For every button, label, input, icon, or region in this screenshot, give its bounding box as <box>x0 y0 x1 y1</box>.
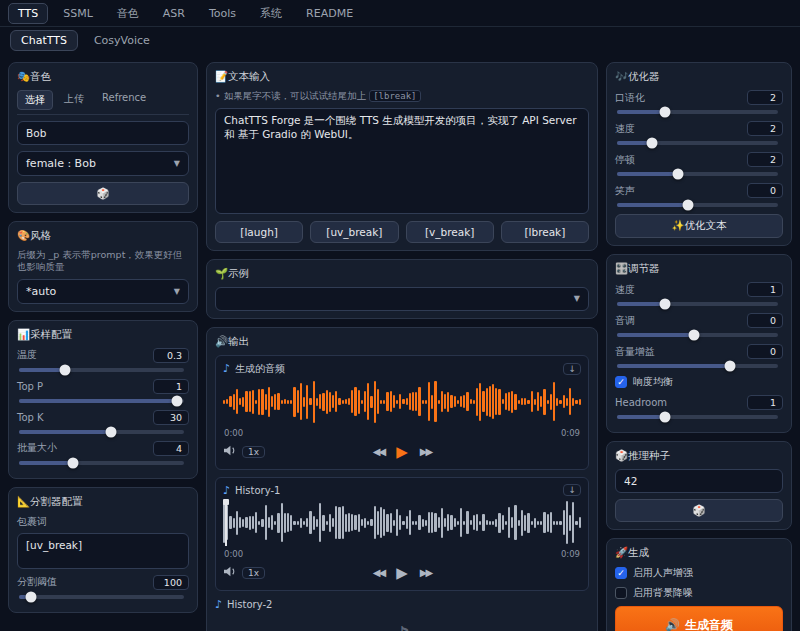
random-seed-button[interactable]: 🎲 <box>615 499 783 522</box>
slider-track[interactable] <box>617 172 778 176</box>
insert-lbreak-button[interactable]: [lbreak] <box>501 221 589 243</box>
slider-handle[interactable] <box>172 395 183 406</box>
time-total: 0:09 <box>561 428 580 438</box>
speaker-name-input[interactable] <box>17 121 189 145</box>
slider-value-input[interactable]: 2 <box>747 90 783 105</box>
enable-enhance-checkbox[interactable]: ✓ <box>615 567 627 579</box>
slider-handle[interactable] <box>25 591 36 602</box>
loudness-eq-checkbox[interactable]: ✓ <box>615 376 627 388</box>
nav-tab-asr[interactable]: ASR <box>154 4 194 23</box>
nav-tab-system[interactable]: 系统 <box>251 3 291 24</box>
slider-track[interactable] <box>617 203 778 207</box>
nav-tab-tools[interactable]: Tools <box>200 4 245 23</box>
tab-cosyvoice[interactable]: CosyVoice <box>84 31 160 50</box>
slider-value-input[interactable]: 0 <box>747 344 783 359</box>
slider-track[interactable] <box>19 430 184 434</box>
slider-value-input[interactable]: 0 <box>747 313 783 328</box>
download-icon[interactable]: ↓ <box>563 484 581 496</box>
speaker-tab-select[interactable]: 选择 <box>17 90 53 110</box>
slider-handle[interactable] <box>660 107 671 118</box>
slider-handle[interactable] <box>660 299 671 310</box>
style-dropdown[interactable]: *auto ▼ <box>17 279 189 304</box>
slider-value-input[interactable]: 2 <box>747 152 783 167</box>
slider-handle[interactable] <box>647 138 658 149</box>
examples-dropdown[interactable]: ▼ <box>215 287 589 311</box>
insert-laugh-button[interactable]: [laugh] <box>215 221 303 243</box>
slider-label: Top K <box>17 412 44 423</box>
volume-icon[interactable] <box>223 566 236 580</box>
slider-track[interactable] <box>617 364 778 368</box>
slider-adjust-speed: 速度 1 <box>615 282 783 306</box>
slider-track[interactable] <box>19 461 184 465</box>
slider-track[interactable] <box>19 368 184 372</box>
slider-value-input[interactable]: 0.3 <box>153 348 189 363</box>
volume-icon[interactable] <box>223 445 236 459</box>
enable-denoise-checkbox[interactable] <box>615 587 627 599</box>
slider-handle[interactable] <box>689 330 700 341</box>
slider-track[interactable] <box>617 302 778 306</box>
skip-back-icon[interactable]: ◀◀ <box>373 567 384 578</box>
play-button[interactable]: ▶ <box>396 443 408 461</box>
nav-tab-voice[interactable]: 音色 <box>108 3 148 24</box>
slider-handle[interactable] <box>60 364 71 375</box>
speaker-dropdown[interactable]: female : Bob ▼ <box>17 151 189 176</box>
tab-chattts[interactable]: ChatTTS <box>10 30 78 51</box>
skip-forward-icon[interactable]: ▶▶ <box>420 446 431 457</box>
slider-handle[interactable] <box>724 361 735 372</box>
speaker-tab-upload[interactable]: 上传 <box>57 90 91 110</box>
slider-track[interactable] <box>617 415 778 419</box>
seed-input[interactable] <box>615 469 783 493</box>
slider-handle[interactable] <box>682 200 693 211</box>
waveform-generated[interactable] <box>223 379 581 425</box>
dice-icon: 🎲 <box>692 504 705 517</box>
insert-v-break-button[interactable]: [v_break] <box>406 221 494 243</box>
slider-track[interactable] <box>617 333 778 337</box>
slider-handle[interactable] <box>68 457 79 468</box>
slider-value-input[interactable]: 4 <box>153 441 189 456</box>
playback-speed-button[interactable]: 1x <box>242 446 265 458</box>
slider-track[interactable] <box>19 595 184 599</box>
slider-value-input[interactable]: 1 <box>747 282 783 297</box>
slider-handle[interactable] <box>673 169 684 180</box>
speaker-tab-reference[interactable]: Refrence <box>95 90 153 110</box>
playback-speed-button[interactable]: 1x <box>242 567 265 579</box>
slider-value-input[interactable]: 30 <box>153 410 189 425</box>
generate-audio-button[interactable]: 🔊 生成音频 <box>615 606 783 631</box>
slider-value-input[interactable]: 1 <box>153 379 189 394</box>
music-note-icon: ♪ <box>394 621 411 631</box>
waveform-history1[interactable] <box>223 500 581 546</box>
slider-temperature: 温度 0.3 <box>17 348 189 372</box>
slider-break: 停顿 2 <box>615 152 783 176</box>
center-column: 📝文本输入 • 如果尾字不读，可以试试结尾加上 [lbreak] ChatTTS… <box>206 62 598 631</box>
random-speaker-button[interactable]: 🎲 <box>17 182 189 205</box>
play-button[interactable]: ▶ <box>396 564 408 582</box>
slider-value-input[interactable]: 0 <box>747 183 783 198</box>
loudness-eq-label: 响度均衡 <box>633 375 673 389</box>
nav-tab-readme[interactable]: README <box>297 4 362 23</box>
slider-track[interactable] <box>617 141 778 145</box>
wrap-word-textarea[interactable]: [uv_break] <box>17 533 189 569</box>
slider-track[interactable] <box>617 110 778 114</box>
skip-back-icon[interactable]: ◀◀ <box>373 446 384 457</box>
nav-tab-ssml[interactable]: SSML <box>54 4 102 23</box>
generated-audio-player: ♪ 生成的音频 ↓ 0:00 0:09 <box>215 355 589 470</box>
playhead-cursor[interactable] <box>225 500 227 546</box>
nav-tab-tts[interactable]: TTS <box>8 3 48 24</box>
model-tabs: ChatTTS CosyVoice <box>0 27 800 54</box>
insert-uv-break-button[interactable]: [uv_break] <box>310 221 398 243</box>
slider-value-input[interactable]: 100 <box>153 575 189 590</box>
refiner-panel-title: 🎶优化器 <box>615 70 783 84</box>
skip-forward-icon[interactable]: ▶▶ <box>420 567 431 578</box>
slider-value-input[interactable]: 1 <box>747 395 783 410</box>
music-note-icon: ♪ <box>215 598 222 611</box>
slider-value-input[interactable]: 2 <box>747 121 783 136</box>
slider-handle[interactable] <box>106 426 117 437</box>
download-icon[interactable]: ↓ <box>563 363 581 375</box>
tts-text-textarea[interactable]: ChatTTS Forge 是一个围绕 TTS 生成模型开发的项目，实现了 AP… <box>215 108 589 214</box>
slider-laugh: 笑声 0 <box>615 183 783 207</box>
slider-track[interactable] <box>19 399 184 403</box>
text-input-hint-text: 如果尾字不读，可以试试结尾加上 <box>224 90 367 101</box>
slider-batch-size: 批量大小 4 <box>17 441 189 465</box>
refine-text-button[interactable]: ✨优化文本 <box>615 214 783 238</box>
slider-handle[interactable] <box>660 412 671 423</box>
